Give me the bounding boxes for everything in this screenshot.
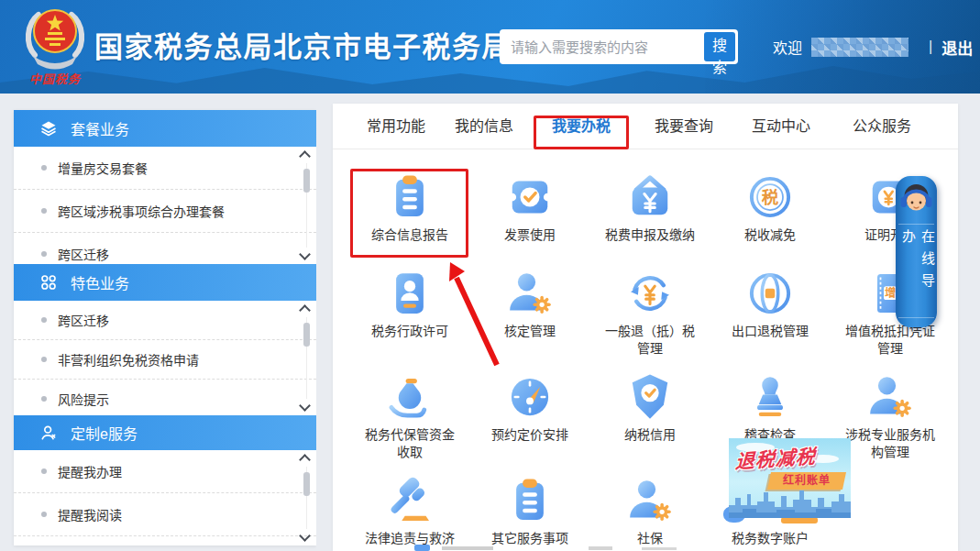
assistant-avatar-icon: [899, 182, 933, 219]
username-redacted: [811, 38, 908, 57]
tab-bar: 常用功能 我的信息 我要办税 我要查询 互动中心 公众服务: [333, 104, 958, 149]
clipboard-icon: [384, 171, 435, 223]
scrollbar-thumb[interactable]: [303, 169, 310, 193]
clipped-next-row-fragment: [442, 546, 493, 550]
grid-item-label: 综合信息报告: [350, 226, 469, 244]
sidebar-section-custom-eservice[interactable]: 定制e服务: [14, 415, 316, 450]
app-window: 税: [0, 0, 980, 551]
person-icon: [39, 424, 58, 442]
hidden-icon-fragment: [781, 517, 818, 523]
online-guide-floating-button[interactable]: 在线导办: [896, 176, 937, 327]
grid-item-comprehensive-info-report[interactable]: 综合信息报告: [350, 171, 469, 244]
search-bar: 搜索: [500, 29, 738, 64]
sidebar-item[interactable]: 跨区迁移: [14, 301, 316, 340]
grid-item-escrow-funds-collection[interactable]: 税务代保管资金 收取: [350, 371, 469, 461]
tab-interaction-center[interactable]: 互动中心: [752, 104, 810, 149]
grid-item-advance-pricing-arrangement[interactable]: 预约定价安排: [470, 371, 589, 444]
chevron-up-icon[interactable]: [299, 454, 311, 466]
chevron-down-icon[interactable]: [299, 400, 311, 412]
active-tab-underline: [552, 147, 611, 149]
chevron-down-icon[interactable]: [299, 248, 311, 260]
sidebar-list: 跨区迁移 非营利组织免税资格申请 风险提示: [14, 301, 316, 415]
tab-i-want-to-file-tax[interactable]: 我要办税: [552, 104, 611, 149]
grid-item-label: 社保: [590, 530, 710, 547]
skyline-decoration: [729, 485, 851, 518]
search-input[interactable]: [500, 39, 704, 55]
logout-button[interactable]: 退出: [941, 36, 973, 59]
grid-item-label: 核定管理: [470, 323, 589, 340]
sidebar-section-featured-business[interactable]: 特色业务: [14, 264, 316, 301]
sidebar-item[interactable]: 非营利组织免税资格申请: [14, 340, 316, 380]
chevron-up-icon[interactable]: [299, 150, 311, 162]
search-button[interactable]: 搜索: [704, 32, 735, 61]
welcome-label: 欢迎: [773, 36, 802, 58]
grid-item-tax-credit[interactable]: 纳税信用: [590, 371, 710, 444]
grid-item-label: 其它服务事项: [470, 530, 589, 547]
grid-item-label: 预约定价安排: [470, 426, 589, 444]
divider: [898, 224, 934, 225]
layers-icon: [39, 119, 58, 138]
bullet-icon: [41, 165, 47, 171]
globe-icon: [744, 268, 796, 319]
scrollbar-thumb[interactable]: [303, 323, 310, 347]
person-gear-icon: [624, 475, 676, 526]
grid-item-tax-administrative-license[interactable]: 税务行政许可: [350, 268, 469, 340]
grid-item-label: 税费申报及缴纳: [590, 226, 710, 244]
clipped-next-row-fragment: [589, 546, 612, 550]
refund-cycle-icon: [624, 268, 676, 319]
person-gear-icon: [504, 268, 556, 319]
grid-item-other-services[interactable]: 其它服务事项: [470, 475, 589, 547]
grid-item-invoice-use[interactable]: 发票使用: [470, 171, 589, 244]
sidebar-section-package-business[interactable]: 套餐业务: [14, 110, 316, 147]
header-divider: |: [929, 39, 932, 55]
grid-item-assessment-management[interactable]: 核定管理: [470, 268, 589, 340]
clipped-next-row-fragment: [642, 547, 677, 550]
list-scrollbar[interactable]: [299, 147, 314, 264]
grid-item-social-security[interactable]: 社保: [590, 475, 710, 547]
page-title: 国家税务总局北京市电子税务局: [94, 24, 512, 65]
section-title: 套餐业务: [71, 117, 129, 139]
sidebar-item[interactable]: 增量房交易套餐: [14, 147, 316, 190]
chevron-up-icon[interactable]: [299, 304, 311, 316]
grid-item-audit-inspection[interactable]: 稽查检查: [710, 371, 830, 444]
online-guide-label: 在线导办: [896, 229, 937, 314]
grid-item-label: 发票使用: [470, 226, 589, 244]
tab-common-functions[interactable]: 常用功能: [367, 104, 425, 149]
sidebar-item[interactable]: 提醒我阅读: [14, 493, 316, 536]
tab-my-info[interactable]: 我的信息: [455, 104, 513, 149]
grid-icon: [39, 273, 58, 292]
chevron-down-icon[interactable]: [299, 530, 311, 542]
user-area: 欢迎 | 退出: [773, 35, 973, 59]
scrollbar-thumb[interactable]: [303, 472, 310, 496]
tab-i-want-to-query[interactable]: 我要查询: [655, 104, 713, 149]
section-title: 特色业务: [71, 271, 129, 293]
gavel-icon: [384, 475, 435, 526]
moneybag-hand-icon: [384, 371, 435, 423]
grid-item-label: 税务代保管资金 收取: [350, 426, 469, 461]
sidebar-item[interactable]: 风险提示: [14, 380, 316, 415]
sidebar-list: 提醒我办理 提醒我阅读: [14, 450, 316, 545]
grid-item-label: 税收减免: [710, 226, 830, 244]
tab-public-service[interactable]: 公众服务: [853, 104, 911, 149]
sidebar-item[interactable]: 提醒我办理: [14, 450, 316, 493]
person-gear-icon: [864, 371, 916, 423]
list-scrollbar[interactable]: [299, 450, 314, 545]
grid-item-tax-reduction[interactable]: 税收减免: [710, 171, 830, 244]
grid-item-general-tax-refund[interactable]: 一般退（抵）税 管理: [590, 268, 710, 358]
grid-item-label: 纳税信用: [590, 426, 710, 444]
bullet-icon: [41, 208, 47, 214]
grid-item-tax-declaration-payment[interactable]: 税费申报及缴纳: [590, 171, 710, 244]
ticket-check-icon: [504, 171, 556, 223]
grid-item-export-tax-refund[interactable]: 出口退税管理: [710, 268, 830, 340]
app-header: 中国税务 国家税务总局北京市电子税务局 搜索 欢迎 | 退出: [0, 0, 980, 94]
purse-yen-icon: [624, 171, 676, 223]
clipboard-icon: [504, 475, 556, 526]
sidebar-item[interactable]: 跨区域涉税事项综合办理套餐: [14, 190, 316, 233]
list-scrollbar[interactable]: [299, 301, 314, 415]
stamp-icon: [744, 371, 796, 423]
grid-item-label: 税务数字账户: [710, 530, 830, 547]
grid-item-legal-liability-relief[interactable]: 法律追责与救济: [350, 475, 469, 547]
tax-refund-promo-banner[interactable]: 退税减税 红利账单: [729, 438, 851, 518]
grid-item-label: 增值税抵扣凭证 管理: [831, 323, 950, 358]
sidebar-item[interactable]: 跨区迁移: [14, 233, 316, 264]
